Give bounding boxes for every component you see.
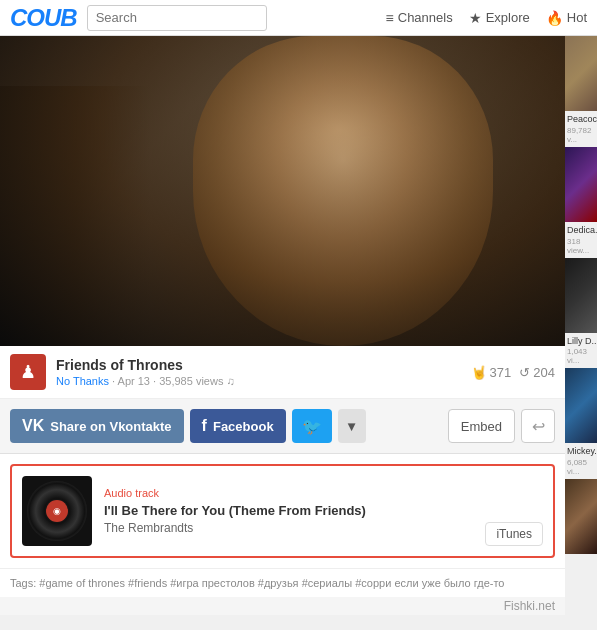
channels-icon: ≡ [386, 10, 394, 26]
sidebar-views-1: 89,782 v... [565, 126, 597, 147]
more-share-button[interactable]: ▼ [338, 409, 366, 443]
sidebar-item-2[interactable] [565, 147, 597, 222]
thumb-icon: 🤘 [471, 365, 487, 380]
header: COUB ≡ Channels ★ Explore 🔥 Hot [0, 0, 597, 36]
sidebar-views-4: 6,085 vi... [565, 458, 597, 479]
search-input[interactable] [87, 5, 267, 31]
itunes-button[interactable]: iTunes [485, 522, 543, 546]
reposts-stat: ↺ 204 [519, 365, 555, 380]
tags-bar: Tags: #game of thrones #friends #игра пр… [0, 568, 565, 597]
embed-button[interactable]: Embed [448, 409, 515, 443]
vinyl-record: ◉ [27, 481, 87, 541]
likes-stat: 🤘 371 [471, 365, 512, 380]
logo[interactable]: COUB [10, 4, 77, 32]
content-area: ♟ Friends of Thrones No Thanks · Apr 13 … [0, 36, 565, 615]
repost-icon: ↺ [519, 365, 530, 380]
video-overlay [0, 36, 565, 346]
fire-icon: 🔥 [546, 10, 563, 26]
track-info: Audio track I'll Be There for You (Theme… [104, 487, 543, 535]
fb-label: Facebook [213, 419, 274, 434]
post-stats: 🤘 371 ↺ 204 [471, 365, 555, 380]
track-artist: The Rembrandts [104, 521, 543, 535]
post-meta: Friends of Thrones No Thanks · Apr 13 · … [56, 357, 471, 387]
album-art: ◉ [22, 476, 92, 546]
watermark: Fishki.net [0, 597, 565, 615]
embed-label: Embed [461, 419, 502, 434]
reply-icon: ↩ [532, 417, 545, 436]
sidebar-views-3: 1,043 vi... [565, 347, 597, 368]
sidebar-label-3: Lilly D... [565, 335, 597, 348]
audio-track-section: ◉ Audio track I'll Be There for You (The… [10, 464, 555, 558]
video-background [0, 36, 565, 346]
video-player[interactable] [0, 36, 565, 346]
star-icon: ★ [469, 10, 482, 26]
itunes-label: iTunes [496, 527, 532, 541]
sidebar-label-4: Mickey... [565, 445, 597, 458]
vk-share-button[interactable]: VK Share on Vkontakte [10, 409, 184, 443]
twitter-share-button[interactable]: 🐦 [292, 409, 332, 443]
tags-text: Tags: #game of thrones #friends #игра пр… [10, 577, 504, 589]
avatar: ♟ [10, 354, 46, 390]
sidebar-views-5 [565, 558, 597, 561]
sidebar: Peacoc... 89,782 v... Dedica... 318 view… [565, 36, 597, 615]
main-layout: ♟ Friends of Thrones No Thanks · Apr 13 … [0, 36, 597, 615]
post-date: · Apr 13 [112, 375, 150, 387]
post-subtitle: No Thanks · Apr 13 · 35,985 views ♫ [56, 375, 471, 387]
vinyl-label: ◉ [46, 500, 68, 522]
post-title: Friends of Thrones [56, 357, 471, 373]
watermark-text: Fishki.net [504, 599, 555, 613]
chevron-down-icon: ▼ [345, 419, 358, 434]
sidebar-label-2: Dedica... [565, 224, 597, 237]
post-info-bar: ♟ Friends of Thrones No Thanks · Apr 13 … [0, 346, 565, 399]
share-bar: VK Share on Vkontakte f Facebook 🐦 ▼ Emb… [0, 399, 565, 454]
music-icon: ♫ [226, 375, 234, 387]
track-title: I'll Be There for You (Theme From Friend… [104, 503, 543, 518]
likes-count: 371 [490, 365, 512, 380]
sidebar-label-1: Peacoc... [565, 113, 597, 126]
author-link[interactable]: No Thanks [56, 375, 109, 387]
sidebar-item-5[interactable] [565, 479, 597, 554]
sidebar-item-4[interactable] [565, 368, 597, 443]
facebook-share-button[interactable]: f Facebook [190, 409, 286, 443]
reposts-count: 204 [533, 365, 555, 380]
nav-explore[interactable]: ★ Explore [469, 10, 530, 26]
twitter-icon: 🐦 [302, 417, 322, 436]
fb-icon: f [202, 417, 207, 435]
sidebar-views-2: 318 view... [565, 237, 597, 258]
vk-label: Share on Vkontakte [50, 419, 171, 434]
nav-links: ≡ Channels ★ Explore 🔥 Hot [386, 10, 587, 26]
post-views: · 35,985 views [153, 375, 223, 387]
reply-button[interactable]: ↩ [521, 409, 555, 443]
nav-hot[interactable]: 🔥 Hot [546, 10, 587, 26]
audio-track-label: Audio track [104, 487, 543, 499]
vk-icon: VK [22, 417, 44, 435]
sidebar-item-1[interactable] [565, 36, 597, 111]
sidebar-item-3[interactable] [565, 258, 597, 333]
nav-channels[interactable]: ≡ Channels [386, 10, 453, 26]
